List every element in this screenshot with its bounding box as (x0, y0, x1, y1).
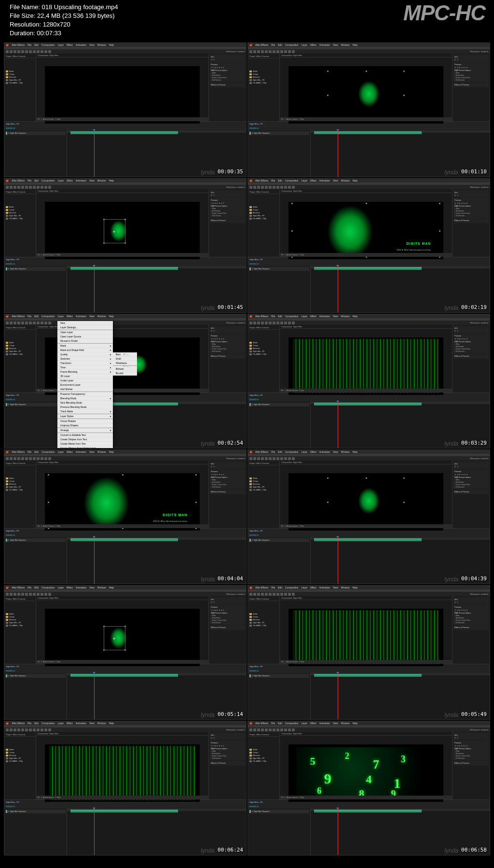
tool-icon[interactable] (6, 322, 9, 324)
tool-icon[interactable] (292, 593, 295, 596)
tool-icon[interactable] (273, 186, 275, 189)
tool-icon[interactable] (37, 728, 40, 731)
menu-item[interactable]: Window (97, 179, 107, 182)
tool-icon[interactable] (48, 728, 51, 731)
tool-icon[interactable] (253, 186, 256, 189)
tool-icon[interactable] (273, 728, 275, 731)
menu-item[interactable]: Help (109, 586, 114, 589)
tool-icon[interactable] (25, 322, 28, 324)
tool-icon[interactable] (276, 593, 279, 596)
composition-panel[interactable]: Composition: Digits Man ✛Fit|Active Came… (36, 189, 208, 257)
tool-icon[interactable] (265, 593, 268, 596)
project-item[interactable]: The MASK - 720p (249, 624, 278, 627)
menu-item[interactable]: Animation (75, 315, 87, 318)
tool-icon[interactable] (261, 593, 264, 596)
app-menubar[interactable]: 🍎After EffectsFileEditCompositionLayerEf… (4, 721, 246, 725)
menu-item[interactable]: Composition (285, 586, 299, 589)
comp-viewport[interactable]: ✛ (45, 609, 200, 666)
menu-item[interactable]: Help (352, 586, 358, 589)
tool-icon[interactable] (33, 322, 36, 324)
comp-tabs[interactable]: Composition: Digits Man (36, 732, 208, 736)
menu-item[interactable]: After Effects (255, 43, 269, 46)
menu-item[interactable]: Window (341, 722, 350, 725)
right-panels[interactable]: InfoX: Y:Preview◄ ◄◄ ► ►► ►RAM Preview O… (452, 596, 490, 664)
tool-icon[interactable] (276, 50, 279, 53)
composition-panel[interactable]: Composition: Digits Man5273941689Fit|Act… (280, 732, 452, 799)
tool-icon[interactable] (29, 50, 32, 53)
menu-item[interactable]: View (89, 315, 95, 318)
tool-icon[interactable] (6, 728, 9, 731)
tool-icon[interactable] (261, 457, 264, 460)
menu-item[interactable]: After Effects (11, 43, 25, 46)
submenu-item[interactable]: Bicubic (113, 371, 137, 376)
menu-item[interactable]: Help (109, 315, 114, 318)
app-menubar[interactable]: 🍎After EffectsFileEditCompositionLayerEf… (4, 586, 246, 589)
menu-item[interactable]: Effect (66, 315, 73, 318)
tool-icon[interactable] (265, 457, 268, 460)
app-toolbar[interactable]: Workspace: standard (248, 728, 490, 732)
menu-item[interactable]: Help (352, 722, 358, 725)
tool-icon[interactable] (284, 728, 287, 731)
context-menu-item[interactable]: Mask (57, 344, 113, 348)
menu-item[interactable]: Effect (310, 450, 317, 453)
tool-icon[interactable] (41, 457, 43, 460)
menu-item[interactable]: Animation (319, 450, 330, 453)
menu-item[interactable]: Help (109, 722, 114, 725)
tool-icon[interactable] (25, 186, 28, 189)
tool-icon[interactable] (10, 593, 13, 596)
menu-item[interactable]: Composition (41, 722, 55, 725)
tool-icon[interactable] (288, 593, 291, 596)
context-menu-item[interactable]: Group Shapes (57, 419, 113, 423)
tool-icon[interactable] (261, 322, 264, 324)
project-item[interactable]: The MASK - 720p (5, 760, 35, 763)
tool-icon[interactable] (292, 186, 295, 189)
tool-icon[interactable] (288, 322, 291, 324)
menu-item[interactable]: Layer (301, 43, 308, 46)
menu-item[interactable]: Help (109, 179, 114, 182)
context-menu-item[interactable]: Ungroup Shapes (57, 423, 113, 428)
right-panels[interactable]: InfoX: Y:Preview◄ ◄◄ ► ►► ►RAM Preview O… (208, 732, 246, 799)
tool-icon[interactable] (33, 593, 36, 596)
project-tabs[interactable]: ProjectEffect Controls (5, 462, 35, 465)
tool-icon[interactable] (292, 322, 295, 324)
tool-icon[interactable] (257, 457, 260, 460)
project-item[interactable]: The MASK - 720p (249, 489, 278, 491)
composition-panel[interactable]: Composition: Digits ManFit|Active Camera… (280, 325, 452, 392)
tool-icon[interactable] (249, 457, 252, 460)
tool-icon[interactable] (48, 322, 51, 324)
app-toolbar[interactable]: Workspace: standard (248, 456, 490, 461)
project-panel[interactable]: ProjectEffect ControlsSolidsCompsElement… (4, 732, 36, 799)
layer-list[interactable]: 1Digits Man Sequence (4, 809, 67, 855)
menu-item[interactable]: File (27, 315, 32, 318)
tool-icon[interactable] (273, 50, 275, 53)
tool-icon[interactable] (41, 322, 43, 324)
viewport-controls[interactable]: Fit|Active Camera1 View (36, 117, 208, 121)
project-item[interactable]: The MASK - 720p (249, 760, 278, 763)
app-toolbar[interactable]: Workspace: standard (4, 592, 246, 596)
project-tabs[interactable]: ProjectEffect Controls (249, 55, 278, 58)
video-thumbnail[interactable]: 🍎After EffectsFileEditCompositionLayerEf… (247, 314, 490, 448)
menu-item[interactable]: Effect (310, 315, 317, 318)
preview-panel[interactable]: Preview◄ ◄◄ ► ►► ►RAM Preview Options○ S… (453, 605, 489, 625)
tool-icon[interactable] (276, 186, 279, 189)
composition-panel[interactable]: Composition: Digits Man DIGITS MAN 2014 … (280, 189, 452, 257)
layer-row[interactable]: 1Digits Man Sequence (5, 674, 66, 678)
tool-icon[interactable] (44, 457, 47, 460)
tool-icon[interactable] (25, 593, 28, 596)
context-menu-item[interactable]: Create Masks from Text (57, 442, 113, 446)
workspace-label[interactable]: Workspace: standard (470, 457, 488, 460)
right-panels[interactable]: InfoX: Y:Preview◄ ◄◄ ► ►► ►RAM Preview O… (452, 732, 490, 799)
menu-item[interactable]: View (89, 179, 95, 182)
project-tabs[interactable]: ProjectEffect Controls (249, 190, 278, 194)
comp-viewport[interactable]: DIGITS MAN 2014 Worldchampionship (45, 473, 200, 531)
app-menubar[interactable]: 🍎After EffectsFileEditCompositionLayerEf… (248, 586, 490, 589)
tool-icon[interactable] (41, 186, 43, 189)
tool-icon[interactable] (269, 457, 272, 460)
layer-list[interactable]: 1Digits Man Sequence (248, 809, 311, 855)
tool-icon[interactable] (33, 50, 36, 53)
menu-item[interactable]: Window (341, 179, 350, 182)
context-menu-item[interactable]: Track Matte (57, 409, 113, 414)
menu-item[interactable]: After Effects (255, 450, 269, 453)
video-thumbnail[interactable]: 🍎After EffectsFileEditCompositionLayerEf… (4, 42, 247, 177)
tool-icon[interactable] (288, 457, 291, 460)
